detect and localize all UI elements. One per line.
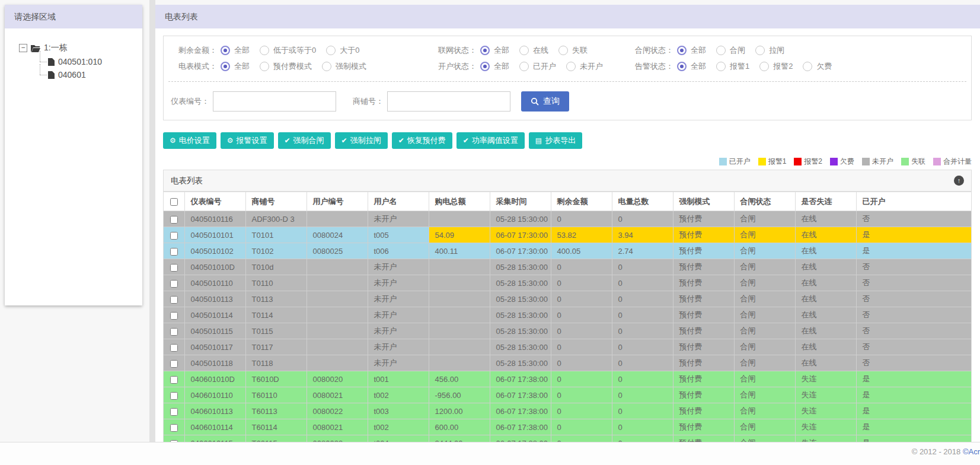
collapse-minus-icon[interactable]: − bbox=[19, 44, 27, 52]
check-icon: ✔ bbox=[285, 137, 291, 144]
row-checkbox[interactable] bbox=[170, 408, 178, 416]
table-cell: 05-28 15:30:00 bbox=[490, 275, 551, 291]
radio-icon[interactable] bbox=[480, 46, 490, 55]
radio-option[interactable]: 全部 bbox=[480, 61, 509, 72]
table-cell: 合闸 bbox=[734, 387, 795, 403]
radio-icon[interactable] bbox=[566, 62, 576, 71]
shop-no-input[interactable] bbox=[387, 91, 510, 112]
radio-icon[interactable] bbox=[558, 46, 568, 55]
table-row: 0405010110T0110未开户05-28 15:30:0000预付费合闸在… bbox=[164, 275, 971, 291]
radio-icon[interactable] bbox=[221, 62, 230, 71]
radio-icon[interactable] bbox=[677, 46, 687, 55]
radio-option[interactable]: 预付费模式 bbox=[260, 61, 312, 72]
radio-option[interactable]: 已开户 bbox=[519, 61, 556, 72]
radio-option[interactable]: 强制模式 bbox=[322, 61, 366, 72]
query-button[interactable]: 查询 bbox=[521, 91, 569, 112]
select-all-checkbox[interactable] bbox=[170, 198, 178, 206]
radio-option[interactable]: 在线 bbox=[519, 45, 548, 56]
radio-icon[interactable] bbox=[519, 62, 529, 71]
radio-option[interactable]: 全部 bbox=[480, 45, 509, 56]
row-checkbox[interactable] bbox=[170, 216, 178, 224]
toolbar-button[interactable]: ✔恢复预付费 bbox=[392, 132, 452, 149]
table-cell: 预付费 bbox=[673, 387, 734, 403]
row-checkbox[interactable] bbox=[170, 248, 178, 256]
file-icon bbox=[48, 58, 55, 66]
meter-no-input[interactable] bbox=[213, 91, 336, 112]
radio-icon[interactable] bbox=[759, 62, 769, 71]
radio-option[interactable]: 报警1 bbox=[716, 61, 749, 72]
row-checkbox[interactable] bbox=[170, 424, 178, 432]
table-cell: 否 bbox=[856, 259, 971, 275]
radio-icon[interactable] bbox=[677, 62, 687, 71]
row-checkbox[interactable] bbox=[170, 392, 178, 400]
row-checkbox[interactable] bbox=[170, 232, 178, 240]
table-cell: 是 bbox=[856, 419, 971, 435]
toolbar-button[interactable]: ⚙报警设置 bbox=[221, 132, 274, 149]
radio-option[interactable]: 报警2 bbox=[759, 61, 793, 72]
radio-icon[interactable] bbox=[260, 62, 269, 71]
toolbar-button[interactable]: ✔强制合闸 bbox=[278, 132, 331, 149]
tree-node[interactable]: 040601 bbox=[39, 70, 142, 79]
row-select-cell bbox=[164, 403, 184, 419]
row-checkbox[interactable] bbox=[170, 328, 178, 336]
radio-option[interactable]: 欠费 bbox=[803, 61, 832, 72]
radio-option[interactable]: 未开户 bbox=[566, 61, 603, 72]
table-cell: 未开户 bbox=[368, 323, 429, 339]
radio-icon[interactable] bbox=[480, 62, 490, 71]
table-cell: T0115 bbox=[245, 323, 307, 339]
table-cell: 0405010117 bbox=[184, 339, 245, 355]
table-cell: 06-07 17:30:00 bbox=[490, 227, 551, 243]
radio-option[interactable]: 大于0 bbox=[326, 45, 359, 56]
row-checkbox[interactable] bbox=[170, 360, 178, 368]
radio-option[interactable]: 拉闸 bbox=[755, 45, 784, 56]
toolbar-button[interactable]: ✔功率阈值设置 bbox=[457, 132, 525, 149]
legend-swatch bbox=[794, 158, 802, 165]
meter-table-panel: 电表列表 ↑ 仪表编号商铺号用户编号用户名购电总额采集时间剩余金额电量总数强制模… bbox=[163, 170, 972, 442]
check-icon: ✔ bbox=[341, 137, 347, 144]
radio-icon[interactable] bbox=[260, 46, 269, 55]
row-checkbox[interactable] bbox=[170, 344, 178, 352]
toolbar-button-label: 功率阈值设置 bbox=[472, 135, 518, 146]
filter-group: 开户状态：全部已开户未开户 bbox=[430, 61, 627, 72]
radio-icon[interactable] bbox=[755, 46, 765, 55]
radio-icon[interactable] bbox=[519, 46, 529, 55]
tree-children: 040501:010040601 bbox=[19, 57, 142, 79]
table-cell: 06-07 17:38:00 bbox=[490, 387, 551, 403]
check-icon: ✔ bbox=[463, 137, 469, 144]
table-row: 0405010113T0113未开户05-28 15:30:0000预付费合闸在… bbox=[164, 291, 971, 307]
collapse-up-icon[interactable]: ↑ bbox=[954, 176, 964, 186]
toolbar-button[interactable]: ⚙电价设置 bbox=[163, 132, 216, 149]
radio-option[interactable]: 合闸 bbox=[716, 45, 745, 56]
tree-root-label: 1:一栋 bbox=[44, 43, 68, 53]
row-checkbox[interactable] bbox=[170, 264, 178, 272]
radio-option[interactable]: 全部 bbox=[221, 61, 250, 72]
radio-icon[interactable] bbox=[322, 62, 331, 71]
radio-option-label: 全部 bbox=[691, 61, 706, 72]
meter-table: 仪表编号商铺号用户编号用户名购电总额采集时间剩余金额电量总数强制模式合闸状态是否… bbox=[164, 192, 971, 442]
table-cell: 0 bbox=[551, 419, 612, 435]
radio-icon[interactable] bbox=[803, 62, 812, 71]
radio-icon[interactable] bbox=[221, 46, 230, 55]
row-checkbox[interactable] bbox=[170, 296, 178, 304]
select-all-header bbox=[164, 192, 184, 211]
table-cell: 040501010D bbox=[184, 259, 245, 275]
row-checkbox[interactable] bbox=[170, 312, 178, 320]
radio-icon[interactable] bbox=[716, 62, 726, 71]
legend-label: 已开户 bbox=[729, 157, 751, 167]
radio-icon[interactable] bbox=[326, 46, 336, 55]
tree-root-node[interactable]: − 1:一栋 bbox=[19, 43, 142, 53]
toolbar-button[interactable]: ▤抄表导出 bbox=[529, 132, 582, 149]
radio-icon[interactable] bbox=[716, 46, 726, 55]
tree-node[interactable]: 040501:010 bbox=[39, 57, 142, 66]
radio-option[interactable]: 全部 bbox=[677, 45, 706, 56]
toolbar-button[interactable]: ✔强制拉闸 bbox=[335, 132, 388, 149]
row-checkbox[interactable] bbox=[170, 376, 178, 384]
gear-icon: ⚙ bbox=[170, 137, 176, 144]
table-cell: 0 bbox=[612, 387, 673, 403]
row-checkbox[interactable] bbox=[170, 280, 178, 288]
radio-option[interactable]: 全部 bbox=[677, 61, 706, 72]
radio-option[interactable]: 全部 bbox=[221, 45, 250, 56]
copyright-link[interactable]: ©Acr bbox=[963, 447, 980, 456]
radio-option[interactable]: 低于或等于0 bbox=[260, 45, 316, 56]
radio-option[interactable]: 失联 bbox=[558, 45, 588, 56]
